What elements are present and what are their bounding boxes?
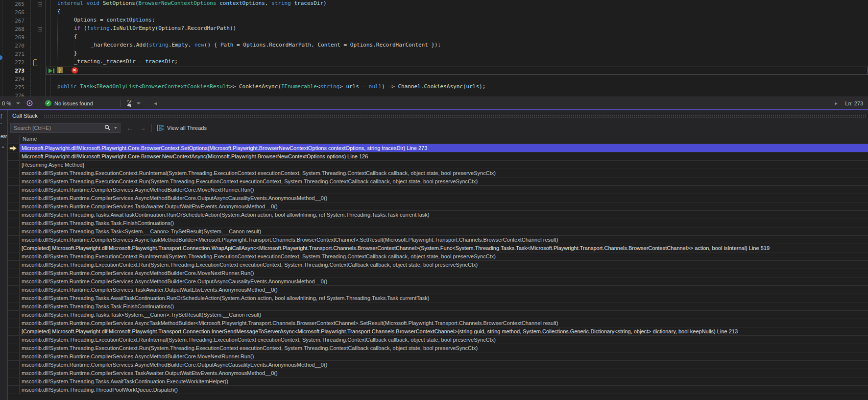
clipped-panel-glyph: ear <box>0 134 7 139</box>
scroll-up-icon[interactable]: ▲ <box>1 145 5 149</box>
call-stack-frame-row[interactable]: mscorlib.dll!System.Runtime.CompilerServ… <box>8 352 868 361</box>
call-stack-frame-row[interactable]: mscorlib.dll!System.Threading.ExecutionC… <box>8 261 868 269</box>
code-text[interactable]: internal void SetOptions(BrowserNewConte… <box>41 0 327 8</box>
code-text[interactable]: }✕ <box>41 67 78 75</box>
code-cleanup-broom-icon[interactable] <box>126 100 134 107</box>
call-stack-frame-row[interactable]: mscorlib.dll!System.Runtime.CompilerServ… <box>8 269 868 277</box>
frame-gutter <box>8 336 20 344</box>
call-stack-frame-row[interactable]: [Completed] Microsoft.Playwright.dll!Mic… <box>8 327 868 336</box>
frame-text: mscorlib.dll!System.Threading.ExecutionC… <box>20 262 478 268</box>
code-text[interactable]: _harRecorders.Add(string.Empty, new() { … <box>41 42 441 50</box>
code-line[interactable]: 271} <box>0 50 868 58</box>
frame-gutter <box>8 286 20 294</box>
brace-tracker-marker <box>33 59 37 66</box>
scroll-left-icon[interactable]: ◄ <box>153 97 158 110</box>
call-stack-frame-row[interactable]: mscorlib.dll!System.Threading.Tasks.Task… <box>8 227 868 236</box>
code-editor[interactable]: 265internal void SetOptions(BrowserNewCo… <box>0 0 868 97</box>
frame-gutter <box>8 211 20 219</box>
frame-text: mscorlib.dll!System.Runtime.CompilerServ… <box>20 203 278 209</box>
call-stack-frame-row[interactable]: [Completed] Microsoft.Playwright.dll!Mic… <box>8 244 868 252</box>
code-text[interactable]: { <box>41 33 77 42</box>
call-stack-column-header[interactable]: Name <box>8 135 868 144</box>
code-text[interactable]: _tracing._tracesDir = tracesDir; <box>41 58 178 67</box>
call-stack-frame-row[interactable]: mscorlib.dll!System.Runtime.CompilerServ… <box>8 361 868 369</box>
call-stack-frame-row[interactable]: mscorlib.dll!System.Runtime.CompilerServ… <box>8 277 868 286</box>
code-lines: 265internal void SetOptions(BrowserNewCo… <box>0 0 868 97</box>
call-stack-frame-row[interactable]: mscorlib.dll!System.Threading.Tasks.Task… <box>8 219 868 227</box>
editor-status-bar: 0 % ✓ No issues found ◄ ► Ln: 273 <box>0 97 868 109</box>
frame-gutter <box>8 277 20 285</box>
error-icon[interactable]: ✕ <box>72 67 78 74</box>
name-column-header[interactable]: Name <box>20 135 37 144</box>
code-line[interactable]: 266{ <box>0 8 868 17</box>
code-line[interactable]: 272_tracing._tracesDir = tracesDir; <box>0 58 868 67</box>
view-all-threads-button[interactable]: View all Threads <box>167 125 207 131</box>
code-line[interactable]: 267Options = contextOptions; <box>0 17 868 25</box>
call-stack-frame-row[interactable]: mscorlib.dll!System.Runtime.CompilerServ… <box>8 202 868 211</box>
frame-text: mscorlib.dll!System.Runtime.CompilerServ… <box>20 362 327 368</box>
line-number: 267 <box>0 17 24 25</box>
call-stack-frame-row[interactable]: mscorlib.dll!System.Threading.ExecutionC… <box>8 169 868 177</box>
cleanup-dropdown-icon[interactable] <box>137 102 141 104</box>
search-icon[interactable] <box>104 125 111 131</box>
zoom-dropdown-icon[interactable] <box>16 102 20 104</box>
call-stack-frame-row[interactable]: mscorlib.dll!System.Threading.ExecutionC… <box>8 336 868 344</box>
frame-text: mscorlib.dll!System.Threading.Tasks.Awai… <box>20 378 228 384</box>
scroll-right-icon[interactable]: ► <box>834 97 838 110</box>
navigate-forward-icon[interactable]: → <box>139 121 146 135</box>
divider <box>121 100 121 107</box>
copilot-status-icon[interactable] <box>26 100 33 107</box>
call-stack-frame-row[interactable]: mscorlib.dll!System.Runtime.CompilerServ… <box>8 186 868 194</box>
call-stack-frame-row[interactable]: mscorlib.dll!System.Threading.ExecutionC… <box>8 177 868 186</box>
call-stack-frame-row[interactable]: Microsoft.Playwright.dll!Microsoft.Playw… <box>8 144 868 152</box>
line-number: 266 <box>0 8 24 17</box>
call-stack-panel: Call Stack ← → <box>8 110 868 400</box>
zoom-level[interactable]: 0 % <box>2 100 11 106</box>
call-stack-title-bar[interactable]: Call Stack <box>8 110 868 121</box>
code-line[interactable]: 265internal void SetOptions(BrowserNewCo… <box>0 0 868 8</box>
frame-text: mscorlib.dll!System.Threading.ExecutionC… <box>20 170 496 176</box>
call-stack-frame-row[interactable]: mscorlib.dll!System.Threading.ThreadPool… <box>8 386 868 394</box>
call-stack-frame-row[interactable]: mscorlib.dll!System.Threading.Tasks.Awai… <box>8 377 868 386</box>
line-number: 276 <box>0 92 24 97</box>
frame-text: mscorlib.dll!System.Threading.Tasks.Task… <box>20 228 261 234</box>
call-stack-frame-row[interactable]: mscorlib.dll!System.Threading.Tasks.Task… <box>8 302 868 311</box>
code-text[interactable]: if (!string.IsNullOrEmpty(Options?.Recor… <box>41 25 236 33</box>
frame-gutter <box>8 269 20 277</box>
call-stack-frame-row[interactable]: mscorlib.dll!System.Threading.Tasks.Awai… <box>8 211 868 219</box>
threads-icon[interactable] <box>157 125 164 131</box>
code-text[interactable]: Options = contextOptions; <box>41 17 155 25</box>
frame-gutter <box>8 352 20 360</box>
code-line[interactable]: 270_harRecorders.Add(string.Empty, new()… <box>0 42 868 50</box>
health-check-icon[interactable]: ✓ <box>45 100 51 106</box>
call-stack-frame-row[interactable]: mscorlib.dll!System.Runtime.CompilerServ… <box>8 319 868 327</box>
call-stack-frame-row[interactable]: mscorlib.dll!System.Threading.ExecutionC… <box>8 252 868 261</box>
call-stack-frame-row[interactable]: [Resuming Async Method] <box>8 161 868 169</box>
call-stack-frame-row[interactable]: mscorlib.dll!System.Threading.ExecutionC… <box>8 344 868 352</box>
call-stack-frame-row[interactable]: mscorlib.dll!System.Runtime.CompilerServ… <box>8 236 868 244</box>
call-stack-frame-row[interactable]: mscorlib.dll!System.Threading.Tasks.Task… <box>8 311 868 319</box>
code-text[interactable]: } <box>41 50 77 58</box>
frame-gutter <box>8 327 20 335</box>
navigate-back-icon[interactable]: ← <box>126 121 133 135</box>
frame-text: mscorlib.dll!System.Threading.Tasks.Task… <box>20 312 261 318</box>
code-line[interactable]: 276 <box>0 92 868 97</box>
document-health-label[interactable]: No issues found <box>54 100 93 106</box>
code-text[interactable]: { <box>41 8 61 17</box>
code-line[interactable]: 268if (!string.IsNullOrEmpty(Options?.Re… <box>0 25 868 33</box>
frame-gutter <box>8 361 20 369</box>
line-number: 270 <box>0 42 24 50</box>
call-stack-frame-row[interactable]: Microsoft.Playwright.dll!Microsoft.Playw… <box>8 152 868 161</box>
call-stack-frame-row[interactable]: mscorlib.dll!System.Runtime.CompilerServ… <box>8 369 868 377</box>
search-options-dropdown-icon[interactable] <box>114 127 117 129</box>
code-line[interactable]: 269{ <box>0 33 868 42</box>
call-stack-frame-row[interactable]: mscorlib.dll!System.Threading.Tasks.Awai… <box>8 294 868 302</box>
code-line[interactable]: 274 <box>0 75 868 83</box>
code-line[interactable]: 275public Task<IReadOnlyList<BrowserCont… <box>0 83 868 92</box>
code-text[interactable]: public Task<IReadOnlyList<BrowserContext… <box>41 83 485 92</box>
frame-text: [Completed] Microsoft.Playwright.dll!Mic… <box>20 328 738 334</box>
call-stack-frame-row[interactable]: mscorlib.dll!System.Runtime.CompilerServ… <box>8 286 868 294</box>
frame-gutter-header <box>8 135 20 144</box>
call-stack-frame-row[interactable]: mscorlib.dll!System.Runtime.CompilerServ… <box>8 194 868 202</box>
code-line[interactable]: 273}✕ <box>0 67 868 75</box>
